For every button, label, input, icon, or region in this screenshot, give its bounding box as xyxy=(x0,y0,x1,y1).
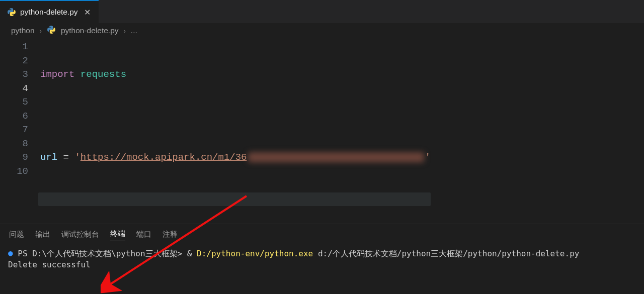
line-number: 3 xyxy=(0,68,28,82)
line-number: 1 xyxy=(0,40,28,54)
breadcrumb-symbol[interactable]: ... xyxy=(131,26,137,35)
editor-tab-active[interactable]: python-delete.py ✕ xyxy=(0,0,99,23)
breadcrumb: python › python-delete.py › ... xyxy=(0,23,644,38)
chevron-right-icon: › xyxy=(40,27,42,35)
tab-output[interactable]: 输出 xyxy=(35,230,50,241)
terminal-output-line: Delete successful xyxy=(8,259,636,270)
tab-filename: python-delete.py xyxy=(20,8,78,17)
line-number: 8 xyxy=(0,137,28,151)
tab-terminal[interactable]: 终端 xyxy=(110,229,125,241)
close-icon[interactable]: ✕ xyxy=(82,7,93,18)
tab-ports[interactable]: 端口 xyxy=(136,230,151,241)
terminal[interactable]: ● PS D:\个人代码技术文档\python三大框架> & D:/python… xyxy=(0,245,644,270)
tab-problems[interactable]: 问题 xyxy=(9,230,24,241)
breadcrumb-folder[interactable]: python xyxy=(11,26,35,35)
editor-tab-bar: python-delete.py ✕ xyxy=(0,0,644,23)
panel-tab-bar: 问题 输出 调试控制台 终端 端口 注释 xyxy=(0,224,644,245)
tab-debug-console[interactable]: 调试控制台 xyxy=(61,230,99,241)
line-number: 5 xyxy=(0,95,28,110)
python-file-icon xyxy=(47,25,56,36)
python-file-icon xyxy=(7,8,16,17)
line-number: 10 xyxy=(0,165,28,179)
chevron-right-icon: › xyxy=(124,27,126,35)
prompt-bullet-icon: ● xyxy=(8,248,13,258)
breadcrumb-file[interactable]: python-delete.py xyxy=(61,26,119,35)
line-number: 7 xyxy=(0,123,28,137)
redacted-region xyxy=(248,152,424,162)
tab-comments[interactable]: 注释 xyxy=(163,230,178,241)
line-number: 2 xyxy=(0,54,28,68)
line-number: 4 xyxy=(0,82,28,96)
line-number: 6 xyxy=(0,110,28,124)
terminal-line: ● PS D:\个人代码技术文档\python三大框架> & D:/python… xyxy=(8,248,636,259)
bottom-panel: 问题 输出 调试控制台 终端 端口 注释 ● PS D:\个人代码技术文档\py… xyxy=(0,224,644,294)
line-number: 9 xyxy=(0,151,28,165)
